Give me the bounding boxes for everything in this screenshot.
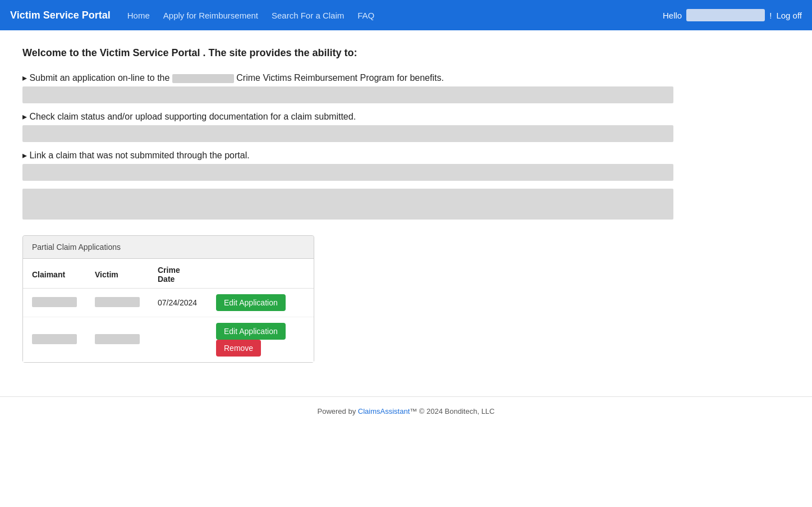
col-crime-date: Crime Date: [149, 259, 207, 289]
feature-submit: ▸ Submit an application on-line to the C…: [22, 72, 707, 103]
row2-victim-redacted: [95, 334, 140, 344]
feature-check-bar: [22, 125, 673, 142]
feature-submit-text-before: ▸ Submit an application on-line to the: [22, 73, 169, 83]
row1-victim-redacted: [95, 297, 140, 307]
row2-victim: [86, 317, 149, 363]
feature-submit-text: ▸ Submit an application on-line to the C…: [22, 72, 707, 83]
row1-crime-date: 07/24/2024: [149, 289, 207, 317]
navbar-right: Hello ! Log off: [663, 9, 802, 21]
feature-submit-text-after: Crime Victims Reimbursement Program for …: [236, 73, 444, 83]
nav-apply[interactable]: Apply for Reimbursement: [163, 11, 258, 20]
claims-table: Claimant Victim Crime Date 07/24/2024: [23, 259, 314, 362]
footer-trademark: ™: [410, 407, 417, 415]
table-row: 07/24/2024 Edit Application: [23, 289, 314, 317]
extra-info-bar: [22, 189, 673, 220]
row2-remove-button[interactable]: Remove: [216, 340, 261, 357]
row2-edit-button[interactable]: Edit Application: [216, 323, 286, 340]
row1-claimant: [23, 289, 86, 317]
footer-powered-by: Powered by: [318, 407, 358, 415]
nav-faq[interactable]: FAQ: [357, 11, 374, 20]
logoff-link[interactable]: Log off: [776, 11, 802, 20]
feature-submit-redacted: [172, 74, 234, 83]
row1-claimant-redacted: [32, 297, 77, 307]
feature-link-bar: [22, 164, 673, 181]
footer: Powered by ClaimsAssistant™ © 2024 Bondi…: [0, 396, 812, 421]
feature-submit-bar: [22, 86, 673, 103]
hello-label: Hello: [663, 11, 682, 20]
row1-edit-button[interactable]: Edit Application: [216, 294, 286, 311]
table-row: Edit Application Remove: [23, 317, 314, 363]
footer-copyright: © 2024 Bonditech, LLC: [417, 407, 494, 415]
row2-claimant: [23, 317, 86, 363]
row2-actions: Edit Application Remove: [207, 317, 314, 363]
claims-table-header: Claimant Victim Crime Date: [23, 259, 314, 289]
nav-search[interactable]: Search For a Claim: [272, 11, 344, 20]
feature-check: ▸ Check claim status and/or upload suppo…: [22, 111, 707, 142]
col-victim: Victim: [86, 259, 149, 289]
navbar-links: Home Apply for Reimbursement Search For …: [127, 11, 663, 20]
username-redacted: [686, 9, 765, 21]
col-actions: [207, 259, 314, 289]
row1-actions: Edit Application: [207, 289, 314, 317]
navbar-brand: Victim Service Portal: [10, 10, 111, 21]
feature-link: ▸ Link a claim that was not submmited th…: [22, 150, 707, 181]
feature-link-text: ▸ Link a claim that was not submmited th…: [22, 150, 707, 161]
row2-crime-date: [149, 317, 207, 363]
welcome-heading: Welcome to the Victim Service Portal . T…: [22, 47, 707, 59]
row2-claimant-redacted: [32, 334, 77, 344]
main-content: Welcome to the Victim Service Portal . T…: [0, 30, 730, 374]
row1-victim: [86, 289, 149, 317]
footer-claims-assistant: ClaimsAssistant: [358, 407, 410, 415]
col-claimant: Claimant: [23, 259, 86, 289]
feature-check-text: ▸ Check claim status and/or upload suppo…: [22, 111, 707, 122]
partial-claims-section: Partial Claim Applications Claimant Vict…: [22, 235, 314, 363]
navbar: Victim Service Portal Home Apply for Rei…: [0, 0, 812, 30]
footer-claims-assistant-link[interactable]: ClaimsAssistant: [358, 407, 410, 415]
claims-section-title: Partial Claim Applications: [23, 236, 314, 259]
nav-home[interactable]: Home: [127, 11, 150, 20]
